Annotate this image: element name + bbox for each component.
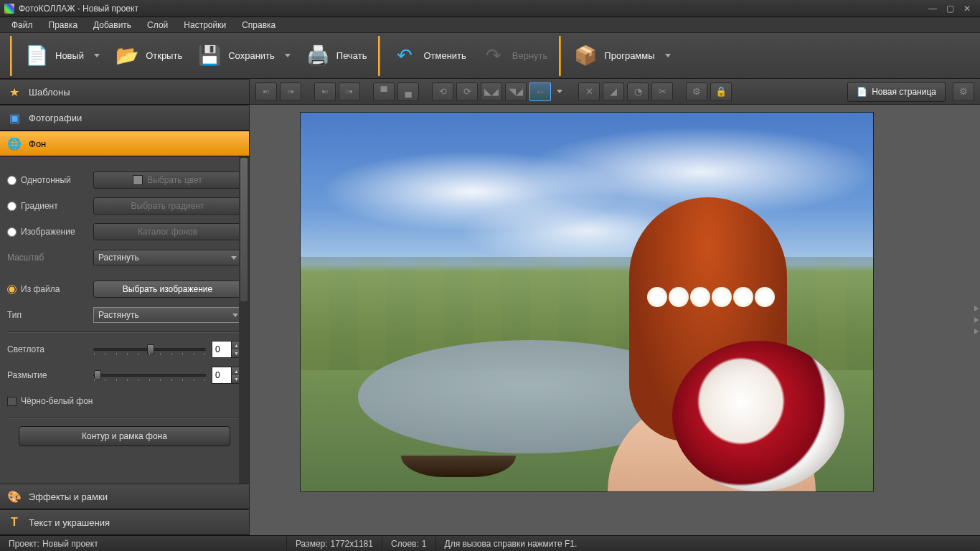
maximize-button[interactable]: ▢ [941,2,958,15]
solid-label: Однотонный [21,175,71,185]
open-button[interactable]: 📂 Открыть [107,39,189,73]
crop-icon[interactable]: ◢ [603,83,624,101]
blur-spinbox[interactable]: 0▲▼ [212,367,242,384]
panel-expand-handles[interactable] [974,306,980,334]
rotate-right-icon[interactable]: ⟳ [456,83,478,101]
scale-select[interactable]: Растянуть [93,250,242,265]
accordion-background-label: Фон [29,138,46,149]
new-label: Новый [55,50,84,61]
menu-settings[interactable]: Настройки [176,19,233,32]
page-settings-icon[interactable]: ⚙ [953,83,974,101]
brightness-spinbox[interactable]: 0▲▼ [212,341,242,358]
star-icon: ★ [7,85,22,99]
blur-label: Размытие [7,370,93,380]
figure-bouquet [672,341,844,491]
send-back-icon[interactable]: ▫▪ [280,83,301,101]
lock-icon[interactable]: 🔒 [710,83,732,101]
accordion-photos-label: Фотографии [29,113,82,123]
canvas-toolbar: ▪▫ ▫▪ ▪▫ ▫▪ ▀ ▄ ⟲ ⟳ ◣◢ ◥◢ ↔ ✕ ◢ ◔ ✂ ⚙ 🔒 … [250,79,980,105]
programs-button[interactable]: 📦 Программы [565,39,677,73]
redo-button[interactable]: ↷ Вернуть [473,39,555,73]
minimize-button[interactable]: — [924,2,941,15]
radio-gradient[interactable]: Градиент [7,201,93,211]
main-toolbar: 📄 Новый 📂 Открыть 💾 Сохранить 🖨️ Печать … [0,33,980,79]
toolbar-separator [10,36,12,76]
menu-file[interactable]: Файл [4,19,40,32]
size-value: 1772x1181 [331,539,373,549]
redo-arrow-icon: ↷ [481,43,507,69]
printer-icon: 🖨️ [305,43,331,69]
accordion-photos[interactable]: ▣ Фотографии [0,105,249,131]
catalog-button[interactable]: Каталог фонов [93,223,242,240]
scrollbar[interactable] [239,156,249,484]
canvas-viewport[interactable] [250,105,980,535]
app-icon [4,4,14,14]
new-button[interactable]: 📄 Новый [17,39,107,73]
box-icon: 📦 [573,43,598,69]
pick-gradient-button[interactable]: Выбрать градиент [93,197,242,215]
new-page-label: Новая страница [872,87,936,97]
titlebar: ФотоКОЛЛАЖ - Новый проект — ▢ ✕ [0,0,980,17]
scrollbar-thumb[interactable] [240,158,248,301]
menu-layer[interactable]: Слой [140,19,175,32]
menu-help[interactable]: Справка [235,19,283,32]
gear-icon[interactable]: ⚙ [686,83,707,101]
project-value: Новый проект [42,539,98,549]
brightness-slider[interactable] [93,348,206,351]
flip-h-icon[interactable]: ◣◢ [481,83,502,101]
programs-label: Программы [604,50,654,61]
side-panel: ★ Шаблоны ▣ Фотографии 🌐 Фон Однотонный … [0,79,250,535]
radio-solid[interactable]: Однотонный [7,175,93,185]
blur-slider[interactable] [93,374,206,377]
bw-checkbox[interactable]: Чёрно-белый фон [7,396,93,406]
dropdown-icon [665,54,671,57]
accordion-text[interactable]: T Текст и украшения [0,509,249,535]
pick-image-button[interactable]: Выбрать изображение [93,281,242,298]
align-bottom-icon[interactable]: ▄ [397,83,419,101]
window-title: ФотоКОЛЛАЖ - Новый проект [19,4,924,14]
type-label: Тип [7,310,93,320]
status-size: Размер: 1772x1181 [287,536,382,551]
radio-from-file[interactable]: Из файла [7,284,93,294]
accordion-effects[interactable]: 🎨 Эффекты и рамки [0,484,249,509]
figure-flower-crown [647,287,776,330]
undo-button[interactable]: ↶ Отменить [385,39,473,73]
menu-edit[interactable]: Правка [42,19,85,32]
flip-v-icon[interactable]: ◥◢ [505,83,527,101]
radio-image[interactable]: Изображение [7,227,93,237]
new-page-button[interactable]: 📄 Новая страница [847,82,946,102]
fit-width-icon[interactable]: ↔ [529,83,551,101]
dropdown-icon [285,54,291,57]
from-file-label: Из файла [21,284,60,294]
dropdown-icon[interactable] [557,90,562,93]
bring-front-icon[interactable]: ▪▫ [255,83,277,101]
menu-add[interactable]: Добавить [86,19,138,32]
bring-forward-icon[interactable]: ▪▫ [314,83,336,101]
palette-icon: 🎨 [7,489,22,504]
layers-label: Слоев: [391,539,419,549]
send-backward-icon[interactable]: ▫▪ [339,83,360,101]
pick-color-button[interactable]: Выбрать цвет [93,171,242,189]
align-top-icon[interactable]: ▀ [373,83,395,101]
mask-icon[interactable]: ◔ [627,83,649,101]
menubar: Файл Правка Добавить Слой Настройки Спра… [0,17,980,33]
contour-frame-button[interactable]: Контур и рамка фона [19,426,230,446]
accordion-background[interactable]: 🌐 Фон [0,131,249,156]
accordion-templates[interactable]: ★ Шаблоны [0,79,249,105]
canvas[interactable] [300,112,874,492]
accordion-templates-label: Шаблоны [29,87,70,98]
status-layers: Слоев: 1 [382,536,436,551]
delete-icon[interactable]: ✕ [578,83,600,101]
close-button[interactable]: ✕ [958,2,976,15]
scissors-icon[interactable]: ✂ [651,83,673,101]
save-disk-icon: 💾 [197,43,222,69]
bw-label: Чёрно-белый фон [21,396,93,406]
toolbar-separator [378,36,380,76]
save-button[interactable]: 💾 Сохранить [189,39,298,73]
rotate-left-icon[interactable]: ⟲ [432,83,453,101]
canvas-area: ▪▫ ▫▪ ▪▫ ▫▪ ▀ ▄ ⟲ ⟳ ◣◢ ◥◢ ↔ ✕ ◢ ◔ ✂ ⚙ 🔒 … [250,79,980,535]
layers-value: 1 [422,539,427,549]
type-select[interactable]: Растянуть [93,307,242,323]
canvas-figure[interactable] [593,197,830,491]
print-button[interactable]: 🖨️ Печать [298,39,374,73]
